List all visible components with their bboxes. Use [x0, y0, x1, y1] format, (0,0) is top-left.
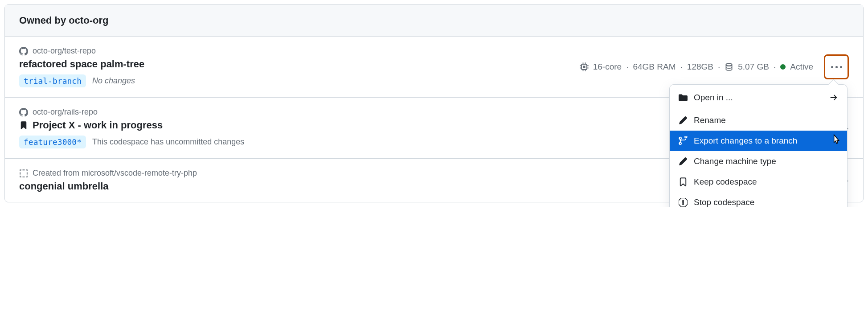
codespace-row: octo-org/test-repo refactored space palm…	[5, 37, 863, 98]
action-menu: Open in ... Rename Export changes to a b…	[669, 84, 848, 207]
branch-pill[interactable]: feature3000*	[19, 136, 86, 148]
codespace-name[interactable]: Project X - work in progress	[33, 119, 163, 131]
codespaces-panel: Owned by octo-org octo-org/test-repo ref…	[4, 4, 864, 202]
pencil-icon	[679, 157, 688, 166]
menu-change-machine[interactable]: Change machine type	[670, 151, 847, 172]
template-icon	[19, 169, 28, 178]
ram-spec: 64GB RAM	[633, 62, 676, 72]
menu-export-branch[interactable]: Export changes to a branch	[670, 131, 847, 151]
menu-keep[interactable]: Keep codespace	[670, 172, 847, 192]
branch-pill[interactable]: trial-branch	[19, 74, 86, 87]
changes-text: No changes	[92, 76, 135, 86]
github-icon	[19, 47, 28, 56]
status-dot	[780, 64, 786, 70]
database-icon	[725, 62, 733, 71]
repo-name: Created from microsoft/vscode-remote-try…	[33, 169, 197, 178]
codespace-name[interactable]: congenial umbrella	[19, 181, 109, 192]
folder-icon	[679, 93, 688, 102]
status-text: Active	[790, 62, 813, 72]
pencil-icon	[679, 116, 688, 125]
menu-stop[interactable]: Stop codespace	[670, 192, 847, 207]
cursor-icon	[831, 134, 841, 148]
panel-header: Owned by octo-org	[5, 5, 863, 37]
bookmark-icon	[679, 177, 688, 186]
storage-spec: 5.07 GB	[738, 62, 769, 72]
stop-icon	[679, 198, 688, 207]
codespace-name[interactable]: refactored space palm-tree	[19, 58, 144, 70]
kebab-menu-button[interactable]: Open in ... Rename Export changes to a b…	[824, 54, 849, 79]
disk-spec: 128GB	[687, 62, 713, 72]
git-branch-icon	[679, 136, 688, 145]
menu-open-in[interactable]: Open in ...	[670, 87, 847, 108]
repo-name[interactable]: octo-org/rails-repo	[33, 107, 98, 117]
bookmark-icon	[19, 121, 28, 130]
arrow-right-icon	[829, 93, 838, 102]
machine-spec: 16-core	[593, 62, 622, 72]
kebab-icon	[831, 66, 842, 68]
github-icon	[19, 108, 28, 117]
cpu-icon	[580, 62, 589, 71]
changes-text: This codespace has uncommitted changes	[92, 137, 244, 147]
menu-rename[interactable]: Rename	[670, 110, 847, 131]
repo-name[interactable]: octo-org/test-repo	[33, 46, 96, 56]
